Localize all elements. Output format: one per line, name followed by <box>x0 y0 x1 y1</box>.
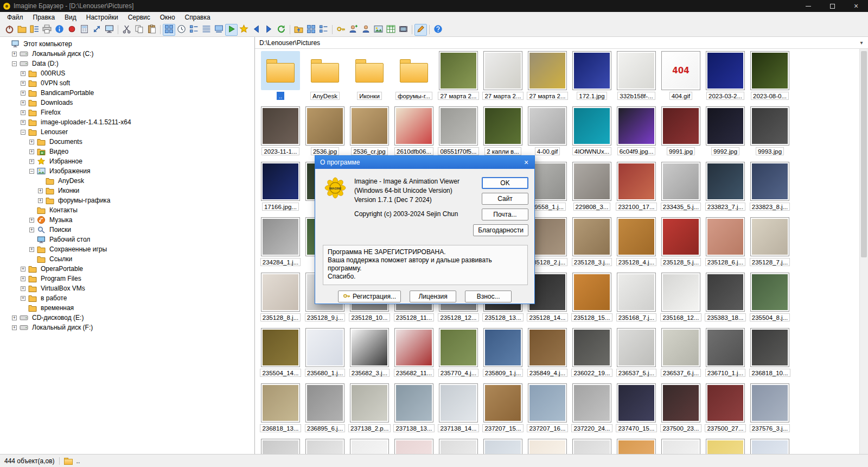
toggle-folder-tree-button[interactable] <box>28 24 41 36</box>
tree-expander-icon[interactable]: + <box>29 218 34 223</box>
thumbnail-item-82[interactable]: 237500_27... <box>703 383 748 439</box>
thumbnail-item-20[interactable]: 6c04f9.jpg... <box>614 106 659 162</box>
tree-item-27[interactable]: временная <box>0 303 254 313</box>
tree-expander-icon[interactable]: + <box>21 267 25 272</box>
tree-item-2[interactable]: −Data (D:) <box>0 59 254 68</box>
cut-button[interactable] <box>120 24 133 36</box>
tree-item-25[interactable]: +VirtualBox VMs <box>0 283 254 293</box>
thumbnail-item-89[interactable] <box>481 439 525 454</box>
forward-button[interactable] <box>263 24 275 36</box>
thumbnail-item-78[interactable]: 237207_16... <box>525 383 570 439</box>
thumbnail-item-31[interactable]: 229808_3... <box>570 162 614 217</box>
tree-item-4[interactable]: +0VPN soft <box>0 78 254 88</box>
thumbnail-item-15[interactable]: 2610dfb06... <box>392 106 436 162</box>
tree-expander-icon[interactable]: + <box>29 159 34 164</box>
thumbnail-item-59[interactable]: 235504_8.j... <box>748 273 792 328</box>
folder-item-2[interactable]: Иконки <box>347 51 392 106</box>
thumbnail-item-7[interactable]: 172.1.jpg <box>570 51 614 106</box>
thumbnail-item-56[interactable]: 235168_7.j... <box>614 273 659 328</box>
thumbnail-item-9[interactable]: 404404.gif <box>659 51 703 106</box>
license-button[interactable]: Лицензия <box>410 291 456 302</box>
list-view-button[interactable] <box>188 24 200 36</box>
thumbnail-item-74[interactable]: 237138_2.p... <box>347 383 392 439</box>
tree-expander-icon[interactable]: + <box>21 91 25 96</box>
tree-item-22[interactable]: Ссылки <box>0 254 254 264</box>
back-button[interactable] <box>250 24 263 36</box>
thumbnail-item-35[interactable]: 233823_8.j... <box>748 162 792 217</box>
thumbnail-item-47[interactable]: 235128_7.j... <box>748 217 792 273</box>
thumbnail-item-24[interactable]: 17166.jpg... <box>258 162 303 217</box>
tree-item-28[interactable]: +CD-дисковод (E:) <box>0 313 254 323</box>
menu-edit[interactable]: Правка <box>28 12 60 22</box>
tree-expander-icon[interactable]: + <box>29 247 34 252</box>
tree-item-16[interactable]: +форумы-графика <box>0 195 254 205</box>
tree-expander-icon[interactable]: − <box>21 130 25 135</box>
donate-button[interactable]: Взнос... <box>465 291 512 302</box>
tree-expander-icon[interactable]: + <box>21 81 25 86</box>
thumbnail-item-58[interactable]: 235383_18... <box>703 273 748 328</box>
thumbnail-item-57[interactable]: 235168_12... <box>659 273 703 328</box>
thumbnail-item-86[interactable] <box>347 439 392 454</box>
paste-button[interactable] <box>145 24 158 36</box>
thumbnail-item-22[interactable]: 9992.jpg <box>703 106 748 162</box>
thumbnail-item-48[interactable]: 235128_8.j... <box>258 273 303 328</box>
close-button[interactable]: × <box>844 0 868 12</box>
thumbnail-item-76[interactable]: 237138_14... <box>436 383 481 439</box>
menu-file[interactable]: Файл <box>2 12 28 22</box>
thumbnail-item-94[interactable] <box>703 439 748 454</box>
tree-expander-icon[interactable]: + <box>21 286 25 291</box>
thumbnail-item-23[interactable]: 9993.jpg <box>748 106 792 162</box>
thumbnail-item-18[interactable]: 4-00.gif <box>525 106 570 162</box>
tree-item-9[interactable]: −Lenouser <box>0 127 254 137</box>
thumbnail-item-5[interactable]: 27 марта 2... <box>481 51 525 106</box>
mail-button[interactable]: Почта... <box>482 209 528 220</box>
thumbnail-item-90[interactable] <box>525 439 570 454</box>
thumbnail-item-44[interactable]: 235128_4.j... <box>614 217 659 273</box>
thumbnail-item-6[interactable]: 27 марта 2... <box>525 51 570 106</box>
tree-expander-icon[interactable]: + <box>21 296 25 301</box>
menu-settings[interactable]: Настройки <box>81 12 123 22</box>
vertical-scrollbar[interactable] <box>859 49 868 454</box>
thumbnail-item-4[interactable]: 27 марта 2... <box>436 51 481 106</box>
thumbnail-item-66[interactable]: 235849_4.j... <box>525 328 570 383</box>
tree-expander-icon[interactable]: + <box>21 71 25 76</box>
tree-expander-icon[interactable]: + <box>21 276 25 281</box>
menu-help[interactable]: Справка <box>180 12 215 22</box>
gallery-view-button[interactable] <box>213 24 225 36</box>
thumbnail-item-67[interactable]: 236022_19... <box>570 328 614 383</box>
profile-button[interactable] <box>360 24 372 36</box>
thumbnail-item-92[interactable] <box>614 439 659 454</box>
ok-button[interactable]: OK <box>482 177 528 189</box>
copy-button[interactable] <box>133 24 145 36</box>
thumbnail-item-61[interactable]: 235680_1.j... <box>303 328 347 383</box>
folder-icon[interactable] <box>64 458 72 464</box>
registration-button[interactable] <box>335 24 347 36</box>
menu-window[interactable]: Окно <box>155 12 180 22</box>
tree-expander-icon[interactable]: + <box>29 149 34 154</box>
scrollbar-thumb[interactable] <box>861 51 867 257</box>
tree-item-26[interactable]: +в работе <box>0 293 254 303</box>
animation-editor-button[interactable] <box>397 24 410 36</box>
tree-item-29[interactable]: +Локальный диск (F:) <box>0 323 254 332</box>
tree-expander-icon[interactable]: − <box>29 169 34 174</box>
tree-expander-icon[interactable]: − <box>12 61 17 66</box>
thumbnail-view-button[interactable] <box>163 24 175 36</box>
fullscreen-view-button[interactable] <box>103 24 116 36</box>
dialog-close-icon[interactable]: × <box>518 156 534 169</box>
thumbnail-item-17[interactable]: 2 капли в... <box>481 106 525 162</box>
thumbnail-item-87[interactable] <box>392 439 436 454</box>
tree-item-14[interactable]: AnyDesk <box>0 176 254 186</box>
resize-image-button[interactable] <box>91 24 103 36</box>
thumbnail-item-73[interactable]: 236895_6.j... <box>303 383 347 439</box>
thumbnail-item-55[interactable]: 235128_15... <box>570 273 614 328</box>
tree-expander-icon[interactable]: + <box>21 120 25 125</box>
tree-item-6[interactable]: +Downloads <box>0 98 254 108</box>
thumbnail-item-80[interactable]: 237470_15... <box>614 383 659 439</box>
thumbnail-item-81[interactable]: 237500_23... <box>659 383 703 439</box>
tree-item-12[interactable]: +Избранное <box>0 156 254 166</box>
file-info-button[interactable] <box>53 24 66 36</box>
about-button[interactable] <box>432 24 444 36</box>
thumbnail-item-63[interactable]: 235682_11... <box>392 328 436 383</box>
batch-convert-button[interactable] <box>78 24 91 36</box>
thumbnail-item-70[interactable]: 236710_1.j... <box>703 328 748 383</box>
